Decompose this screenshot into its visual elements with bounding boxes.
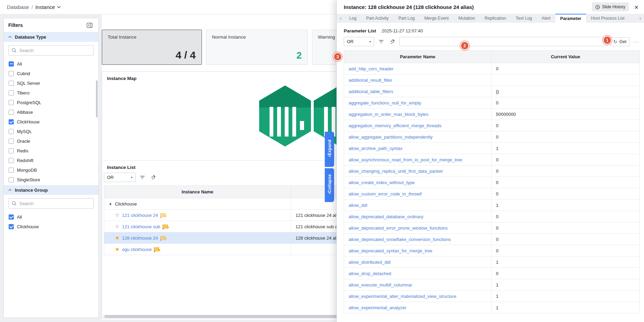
checkbox-unchecked[interactable] [9, 100, 14, 105]
breadcrumb-page[interactable]: Instance [35, 4, 55, 10]
parameter-row[interactable]: allow_deprecated_database_ordinary0 [344, 211, 640, 222]
checkbox-unchecked[interactable] [9, 148, 14, 153]
parameter-name-link[interactable]: allow_changing_replica_until_first_data_… [344, 165, 491, 177]
expand-button[interactable]: ‹ Expand [325, 132, 334, 167]
tab-merge-event[interactable]: Merge Event [419, 14, 453, 23]
get-button[interactable]: ↻ Get [610, 37, 630, 46]
filter-item-redshift[interactable]: Redshift [4, 155, 98, 165]
parameter-name-link[interactable]: allow_deprecated_database_ordinary [344, 211, 491, 222]
tab-part-log[interactable]: Part Log [393, 14, 419, 23]
checkbox-unchecked[interactable] [9, 177, 14, 182]
filter-item-clickhouse[interactable]: ClickHouse [4, 117, 98, 127]
parameter-row[interactable]: allow_distributed_ddl1 [344, 256, 640, 268]
collapse-button[interactable]: › Collapse [325, 168, 334, 202]
instance-name-link[interactable]: ogu clickhouse [122, 247, 152, 252]
parameter-name-link[interactable]: allow_ddl [344, 200, 491, 211]
checkbox-unchecked[interactable] [9, 81, 14, 86]
col-instance-name[interactable]: Instance Name [104, 186, 291, 198]
checkbox-indeterminate[interactable] [9, 61, 14, 67]
sidebar-scrollbar[interactable] [96, 80, 98, 118]
parameter-row[interactable]: aggregate_functions_null_for_empty0 [344, 97, 640, 109]
close-icon[interactable]: × [634, 3, 638, 11]
parameter-name-link[interactable]: add_http_cors_header [344, 63, 491, 74]
filter-item-mongodb[interactable]: MongoDB [4, 165, 98, 175]
parameter-row[interactable]: allow_drop_detached0 [344, 268, 640, 279]
section-header-instance-group[interactable]: Instance Group [4, 185, 98, 195]
parameter-row[interactable]: additional_result_filter [344, 74, 640, 86]
filter-item-singlestore[interactable]: SingleStore [4, 175, 98, 184]
parameter-row[interactable]: allow_create_index_without_type0 [344, 177, 640, 188]
collapse-panel-icon[interactable] [85, 21, 94, 30]
parameter-name-link[interactable]: allow_execute_multiif_columnar [344, 279, 491, 291]
parameter-row[interactable]: allow_archive_path_syntax1 [344, 143, 640, 154]
filter-item-sql-server[interactable]: SQL Server [4, 78, 98, 88]
parameter-name-link[interactable]: allow_asynchronous_read_from_io_pool_for… [344, 154, 491, 165]
parameter-name-link[interactable]: aggregate_functions_null_for_empty [344, 97, 491, 109]
normal-instance-card[interactable]: Normal Instance 2 [206, 30, 308, 65]
pin-icon[interactable] [149, 173, 158, 182]
total-instance-card[interactable]: Total Instance 4 / 4 [102, 30, 202, 65]
parameter-name-link[interactable]: allow_deprecated_snowflake_conversion_fu… [344, 234, 491, 245]
parameter-name-link[interactable]: allow_drop_detached [344, 268, 491, 279]
parameter-row[interactable]: allow_changing_replica_until_first_data_… [344, 165, 640, 177]
tab-log[interactable]: Log [344, 14, 361, 23]
filter-item-oracle[interactable]: Oracle [4, 136, 98, 146]
parameter-row[interactable]: allow_deprecated_error_prone_window_func… [344, 222, 640, 234]
parameter-name-link[interactable]: additional_result_filter [344, 74, 491, 86]
parameter-name-link[interactable]: allow_deprecated_error_prone_window_func… [344, 222, 491, 234]
parameter-row[interactable]: aggregation_in_order_max_block_bytes5000… [344, 109, 640, 120]
filter-item-cubrid[interactable]: Cubrid [4, 69, 98, 78]
parameter-row[interactable]: allow_deprecated_snowflake_conversion_fu… [344, 234, 640, 245]
instance-name-link[interactable]: 121 clickhouse 24 [122, 213, 158, 218]
filter-item-all[interactable]: All [4, 59, 98, 69]
col-parameter-name[interactable]: Parameter Name [344, 51, 491, 63]
search-input[interactable] [19, 201, 90, 206]
star-outline-icon[interactable]: ☆ [115, 212, 119, 218]
parameter-row[interactable]: allow_execute_multiif_columnar1 [344, 279, 640, 291]
parameter-name-link[interactable]: allow_aggregate_partitions_independently [344, 131, 491, 143]
checkbox-checked[interactable] [9, 214, 14, 220]
checkbox-unchecked[interactable] [9, 90, 14, 95]
parameter-row[interactable]: allow_asynchronous_read_from_io_pool_for… [344, 154, 640, 165]
checkbox-unchecked[interactable] [9, 71, 14, 76]
filter-lines-icon[interactable] [138, 173, 147, 182]
parameter-row[interactable]: aggregation_memory_efficient_merge_threa… [344, 120, 640, 131]
tabs-scroll-left-icon[interactable]: ‹ [337, 14, 344, 23]
parameter-row[interactable]: add_http_cors_header0 [344, 63, 640, 74]
star-filled-icon[interactable]: ★ [115, 235, 119, 241]
checkbox-unchecked[interactable] [9, 158, 14, 163]
clickhouse-hexagon-icon[interactable] [259, 85, 311, 147]
search-input[interactable] [19, 48, 90, 53]
breadcrumb-section[interactable]: Database [7, 4, 29, 10]
tab-mutation[interactable]: Mutation [453, 14, 480, 23]
filter-item-postgresql[interactable]: PostgreSQL [4, 98, 98, 107]
parameter-name-link[interactable]: allow_distributed_ddl [344, 256, 491, 268]
star-filled-icon[interactable]: ★ [115, 246, 119, 252]
database-type-search[interactable] [8, 45, 94, 56]
instance-name-link[interactable]: 121 clickhouse sub [122, 224, 160, 229]
tab-alert[interactable]: Alert [537, 14, 555, 23]
filter-lines-icon[interactable] [377, 37, 386, 46]
tab-text-log[interactable]: Text Log [511, 14, 537, 23]
parameter-row[interactable]: allow_ddl1 [344, 200, 640, 211]
tab-host-process-list[interactable]: Host Process List [586, 14, 629, 23]
parameter-name-link[interactable]: aggregation_memory_efficient_merge_threa… [344, 120, 491, 131]
checkbox-unchecked[interactable] [9, 129, 14, 134]
parameter-name-link[interactable]: aggregation_in_order_max_block_bytes [344, 109, 491, 120]
tab-parameter[interactable]: Parameter [555, 14, 586, 23]
filter-item-mysql[interactable]: MySQL [4, 127, 98, 136]
checkbox-checked[interactable] [9, 224, 14, 229]
section-header-database-type[interactable]: Database Type [4, 32, 98, 42]
col-current-value[interactable]: Current Value [491, 51, 640, 63]
filter-item-redis[interactable]: Redis [4, 146, 98, 155]
tab-replication[interactable]: Replication [480, 14, 511, 23]
operator-select[interactable]: OR ▾ [104, 173, 136, 182]
filter-item-tibero[interactable]: Tibero [4, 88, 98, 98]
parameter-name-link[interactable]: allow_create_index_without_type [344, 177, 491, 188]
parameter-row[interactable]: allow_aggregate_partitions_independently… [344, 131, 640, 143]
parameter-name-link[interactable]: allow_archive_path_syntax [344, 143, 491, 154]
parameter-row[interactable]: additional_table_filters{} [344, 86, 640, 97]
parameter-name-link[interactable]: additional_table_filters [344, 86, 491, 97]
filter-item-all[interactable]: All [4, 212, 98, 222]
parameter-row[interactable]: allow_experimental_alter_materialized_vi… [344, 291, 640, 302]
